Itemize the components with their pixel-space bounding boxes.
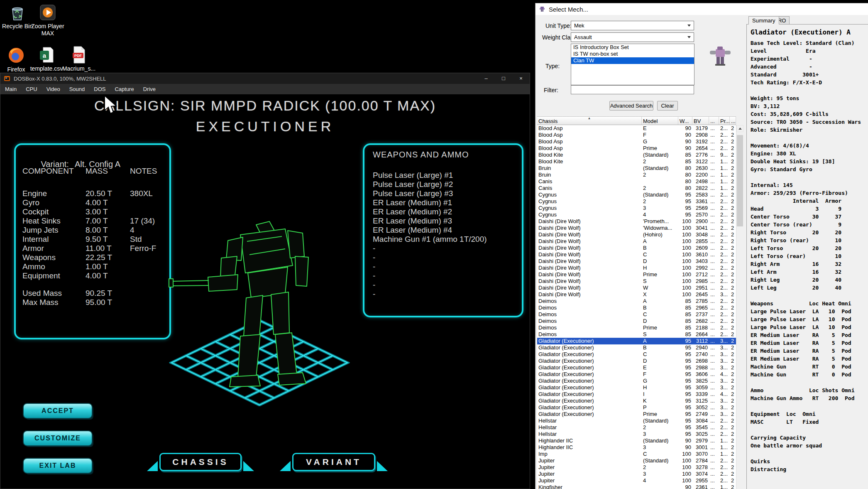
select-mech-titlebar[interactable]: Select Mech...	[535, 3, 868, 15]
desktop-icon-macrium-pdf[interactable]: PDF Macrium_s...	[58, 46, 100, 72]
variant-next-arrow-icon[interactable]	[377, 459, 388, 471]
mech-table-row[interactable]: Gladiator (Executioner) G 95 3825 ... 3.…	[537, 378, 736, 384]
advanced-search-button[interactable]: Advanced Search	[609, 101, 653, 111]
mech-table-row[interactable]: Jupiter 4 100 2955 ... 2... 2	[537, 477, 736, 484]
chevron-down-icon[interactable]	[685, 33, 693, 41]
mech-table-row[interactable]: Deimos D 85 2682 ... 2... 2	[537, 318, 736, 324]
mech-table-row[interactable]: Blood Kite (Standard) 85 2776 ... 9... 2	[537, 152, 736, 158]
menu-item[interactable]: CPU	[21, 86, 42, 92]
chevron-down-icon[interactable]	[685, 22, 693, 29]
menu-item[interactable]: Drive	[139, 86, 160, 92]
mech-table-row[interactable]: Gladiator (Executioner) D 95 2698 ... 3.…	[537, 358, 736, 364]
weight-class-select[interactable]: Assault	[571, 32, 694, 42]
customize-button[interactable]: CUSTOMIZE	[24, 431, 92, 445]
variant-button[interactable]: VARIANT	[280, 452, 388, 471]
mech-table-row[interactable]: Canis 80 2498 ... 1... 2	[537, 178, 736, 185]
mech-table-row[interactable]: Cygnus (Standard) 95 2583 ... 2... 2	[537, 192, 736, 198]
scrollbar-thumb[interactable]	[737, 135, 743, 226]
mech-table-row[interactable]: Daishi (Dire Wolf) 'Prometh... 100 2900 …	[537, 218, 736, 225]
mech-table-row[interactable]: Highlander IIC 3 90 3001 ... 1... 2	[537, 444, 736, 451]
mech-table-row[interactable]: Gladiator (Executioner) F 95 3606 ... 4.…	[537, 371, 736, 378]
type-listbox[interactable]: IS Introductory Box SetIS TW non-box set…	[571, 44, 694, 85]
column-header-chassis[interactable]: Chassis ▲	[537, 117, 642, 125]
mech-table-row[interactable]: Gladiator (Executioner) K 95 3125 ... 3.…	[537, 398, 736, 404]
unit-type-select[interactable]: Mek	[571, 21, 694, 30]
mech-table-row[interactable]: Cygnus 3 95 2569 ... 2... 2	[537, 205, 736, 211]
mech-table-row[interactable]: Gladiator (Executioner) A 95 3112 ... 3.…	[537, 338, 736, 344]
mech-table-row[interactable]: Daishi (Dire Wolf) (Hohiro) 100 3048 ...…	[537, 231, 736, 238]
chassis-next-arrow-icon[interactable]	[243, 459, 254, 471]
mech-table-row[interactable]: Gladiator (Executioner) H 95 3059 ... 3.…	[537, 384, 736, 391]
chassis-prev-arrow-icon[interactable]	[147, 459, 158, 471]
mech-table-row[interactable]: Daishi (Dire Wolf) S 100 2985 ... 2... 2	[537, 278, 736, 285]
mech-table-row[interactable]: Deimos B 85 2965 ... 2... 2	[537, 305, 736, 311]
type-option[interactable]: IS TW non-box set	[571, 51, 694, 57]
menu-item[interactable]: Main	[0, 86, 21, 92]
mech-table-row[interactable]: Imp C 100 3070 ... 1... 2	[537, 451, 736, 457]
mech-table-row[interactable]: Deimos S 85 2664 ... 2... 2	[537, 331, 736, 338]
type-option[interactable]: IS Introductory Box Set	[571, 44, 694, 51]
tab-summary[interactable]: Summary	[748, 16, 779, 25]
mech-table-row[interactable]: Blood Asp G 90 3192 ... 2... 2	[537, 138, 736, 145]
mech-table-row[interactable]: Cygnus 4 95 2570 ... 2... 2	[537, 211, 736, 218]
mech-table-row[interactable]: Blood Asp E 90 3179 ... 2... 2	[537, 125, 736, 132]
mech-table-row[interactable]: Bruin (Standard) 80 2630 ... 1... 2	[537, 165, 736, 172]
column-header-price[interactable]: Pr...	[719, 117, 730, 125]
mech-table-row[interactable]: Bruin 2 80 2200 ... 1... 2	[537, 172, 736, 178]
mech-table-row[interactable]: Daishi (Dire Wolf) D 100 3403 ... 2... 2	[537, 258, 736, 265]
mech-table-row[interactable]: Hellstar 3 95 3025 ... 2... 2	[537, 431, 736, 437]
mech-table-row[interactable]: Daishi (Dire Wolf) W 100 2951 ... 2... 2	[537, 285, 736, 291]
type-option[interactable]: Clan TW	[571, 57, 694, 64]
mech-table-row[interactable]: Gladiator (Executioner) E 95 2988 ... 3.…	[537, 364, 736, 371]
desktop-icon-zoom-player[interactable]: Zoom Player MAX	[27, 3, 68, 37]
mech-table-row[interactable]: Kingfisher 90 2361 ... 1... 2	[537, 484, 736, 489]
mech-table-row[interactable]: Jupiter 2 100 3278 ... 2... 2	[537, 464, 736, 471]
mech-table-row[interactable]: Daishi (Dire Wolf) B 100 2609 ... 2... 2	[537, 245, 736, 251]
mech-table-row[interactable]: Deimos A 85 2785 ... 2... 2	[537, 298, 736, 305]
column-header-weight[interactable]: W...	[678, 117, 692, 125]
column-header-4[interactable]: ...	[709, 117, 719, 125]
mech-table-row[interactable]: Blood Asp F 90 2908 ... 2... 2	[537, 132, 736, 138]
mech-table-row[interactable]: Jupiter (Standard) 100 2784 ... 2... 2	[537, 457, 736, 464]
column-header-bv[interactable]: BV	[692, 117, 709, 125]
mech-table-row[interactable]: Gladiator (Executioner) P 95 3052 ... 3.…	[537, 404, 736, 411]
mech-table-row[interactable]: Daishi (Dire Wolf) C 100 3610 ... 2... 2	[537, 251, 736, 258]
mech-table-row[interactable]: Gladiator (Executioner) C 95 2740 ... 3.…	[537, 351, 736, 358]
dosbox-titlebar[interactable]: DOSBox-X 0.83.0, 100%, MW2SHELL – □ ×	[0, 73, 530, 84]
mech-table-header[interactable]: Chassis ▲ Model W... BV ... Pr... ...	[537, 116, 736, 125]
mech-table-row[interactable]: Deimos Prime 85 2188 ... 2... 2	[537, 324, 736, 331]
mech-table-row[interactable]: Blood Asp Prime 90 2654 ... 2... 2	[537, 145, 736, 152]
menu-item[interactable]: DOS	[89, 86, 110, 92]
menu-item[interactable]: Video	[42, 86, 65, 92]
variant-prev-arrow-icon[interactable]	[280, 459, 291, 471]
scroll-up-button[interactable]	[736, 125, 743, 132]
mech-table-row[interactable]: Deimos C 85 2737 ... 2... 2	[537, 311, 736, 318]
mech-table-row[interactable]: Daishi (Dire Wolf) A 100 2855 ... 2... 2	[537, 238, 736, 245]
menu-item[interactable]: Sound	[65, 86, 90, 92]
mech-table-row[interactable]: Gladiator (Executioner) B 95 2940 ... 3.…	[537, 344, 736, 351]
mech-table-row[interactable]: Daishi (Dire Wolf) 'Widowma... 100 3041 …	[537, 225, 736, 231]
mech-table-row[interactable]: Hellstar 2 95 3545 ... 2... 2	[537, 424, 736, 431]
chassis-button[interactable]: CHASSIS	[147, 452, 254, 471]
maximize-button[interactable]: □	[495, 73, 512, 84]
mech-table-row[interactable]: Jupiter 3 100 3074 ... 2... 2	[537, 471, 736, 477]
mech-table-row[interactable]: Cygnus 2 95 3361 ... 2... 2	[537, 198, 736, 205]
column-header-model[interactable]: Model	[642, 117, 678, 125]
exit-lab-button[interactable]: EXIT LAB	[24, 459, 92, 473]
mech-table-row[interactable]: Gladiator (Executioner) I 95 3339 ... 4.…	[537, 391, 736, 398]
clear-button[interactable]: Clear	[657, 101, 678, 111]
mech-table-row[interactable]: Daishi (Dire Wolf) Prime 100 2712 ... 2.…	[537, 271, 736, 278]
mech-table-row[interactable]: Highlander IIC (Standard) 90 2979 ... 1.…	[537, 437, 736, 444]
mech-table-row[interactable]: Blood Kite 2 85 3122 ... 1... 2	[537, 158, 736, 165]
menu-item[interactable]: Capture	[110, 86, 138, 92]
close-button[interactable]: ×	[512, 73, 530, 84]
mech-table-row[interactable]: Daishi (Dire Wolf) X 100 2645 ... 3... 2	[537, 291, 736, 298]
table-scrollbar[interactable]	[736, 125, 743, 489]
mech-table-row[interactable]: Hellstar (Standard) 95 3084 ... 2... 2	[537, 418, 736, 424]
mech-table-row[interactable]: Daishi (Dire Wolf) H 100 2992 ... 2... 2	[537, 265, 736, 271]
mech-table-row[interactable]: Gladiator (Executioner) Prime 95 2749 ..…	[537, 411, 736, 418]
column-header-6[interactable]: ...	[730, 117, 736, 125]
mech-table-row[interactable]: Canis 2 80 2822 ... 1... 2	[537, 185, 736, 192]
minimize-button[interactable]: –	[477, 73, 495, 84]
accept-button[interactable]: ACCEPT	[24, 404, 92, 418]
